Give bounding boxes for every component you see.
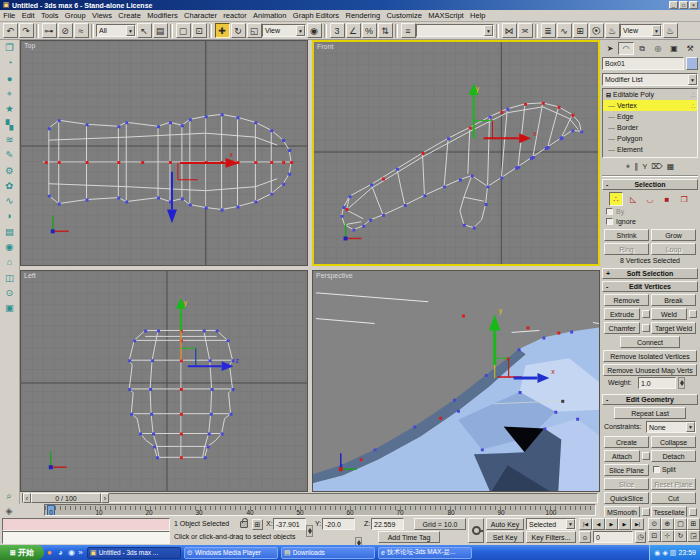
polygon-mode-icon[interactable]: ■ — [660, 192, 674, 206]
top-viewport-canvas[interactable]: x — [21, 41, 307, 265]
maxscript-listener-white[interactable] — [2, 531, 170, 544]
rollout-edit-geometry-header[interactable]: -Edit Geometry — [602, 394, 698, 405]
viewport-label-top[interactable]: Top — [24, 42, 35, 49]
viewport-front[interactable]: y x Front — [312, 40, 600, 266]
maximize-button[interactable]: □ — [679, 1, 688, 9]
render-scene-icon[interactable]: ♨ — [605, 23, 620, 38]
render-type-dropdown[interactable]: View▼ — [620, 24, 662, 37]
menu-rendering[interactable]: Rendering — [342, 11, 383, 20]
menu-graph-editors[interactable]: Graph Editors — [290, 11, 343, 20]
align-icon[interactable]: ≍ — [518, 23, 533, 38]
menu-group[interactable]: Group — [62, 11, 89, 20]
rail-icon-3[interactable]: ⌖ — [2, 86, 18, 101]
split-checkbox[interactable] — [653, 466, 660, 473]
quick-launch-icon-1[interactable]: ● — [44, 547, 55, 558]
redo-icon[interactable]: ↷ — [19, 23, 34, 38]
weld-settings-icon[interactable] — [689, 310, 697, 318]
taskbar-window-3dsmax[interactable]: ▣Untitled - 3ds max ... — [87, 547, 181, 559]
show-end-result-icon[interactable]: ∥ — [634, 160, 638, 173]
viewport-label-front[interactable]: Front — [317, 43, 333, 50]
go-to-end-button[interactable]: ▶| — [631, 518, 644, 530]
material-editor-icon[interactable]: ⦿ — [589, 23, 604, 38]
chamfer-settings-icon[interactable] — [642, 324, 650, 332]
modifier-list-dropdown[interactable]: Modifier List ▼ — [602, 73, 698, 86]
border-mode-icon[interactable]: ◡ — [643, 192, 657, 206]
by-vertex-checkbox[interactable] — [606, 208, 613, 215]
set-key-button[interactable]: Set Key — [486, 531, 524, 543]
weight-field[interactable]: 1.0 — [638, 377, 676, 389]
pan-icon[interactable]: ⊹ — [661, 530, 674, 542]
menu-tools[interactable]: Tools — [38, 11, 62, 20]
attach-button[interactable]: Attach — [604, 450, 640, 462]
menu-views[interactable]: Views — [89, 11, 115, 20]
rail-icon-7[interactable]: ✎ — [2, 147, 18, 162]
tab-utilities-icon[interactable]: ⚒ — [682, 42, 698, 55]
tab-hierarchy-icon[interactable]: ⧉ — [634, 42, 650, 55]
menu-file[interactable]: File — [0, 11, 18, 20]
zoom-region-icon[interactable]: ⊡ — [648, 530, 661, 542]
chevron-down-icon[interactable]: ▼ — [652, 25, 661, 36]
viewport-label-perspective[interactable]: Perspective — [316, 272, 353, 279]
stack-item-element[interactable]: —Element — [603, 144, 697, 155]
rollout-selection-header[interactable]: -Selection — [602, 179, 698, 190]
key-mode-toggle-icon[interactable]: ⊙ — [579, 531, 591, 543]
chamfer-button[interactable]: Chamfer — [604, 322, 640, 334]
z-coordinate-field[interactable]: 22.559 — [371, 518, 404, 530]
slice-plane-button[interactable]: Slice Plane — [604, 464, 649, 476]
menu-animation[interactable]: Animation — [250, 11, 290, 20]
rail-icon-16[interactable]: ⊙ — [2, 285, 18, 300]
zoom-tool-icon[interactable]: ⌕ — [1, 488, 17, 503]
rail-icon-5[interactable]: ▚ — [2, 116, 18, 131]
stack-item-vertex[interactable]: —Vertex∴ — [603, 100, 697, 111]
make-unique-icon[interactable]: Y — [642, 160, 647, 173]
taskbar-window-downloads[interactable]: ▤Downloads — [281, 547, 375, 559]
reference-coordinate-dropdown[interactable]: View▼ — [262, 24, 306, 37]
menu-maxscript[interactable]: MAXScript — [425, 11, 467, 20]
min-max-toggle-icon[interactable]: ◲ — [687, 530, 700, 542]
menu-reactor[interactable]: reactor — [220, 11, 250, 20]
curve-editor-icon[interactable]: ∿ — [557, 23, 572, 38]
rail-icon-11[interactable]: ◗ — [2, 208, 18, 223]
start-button[interactable]: ⊞ 开始 — [0, 545, 44, 560]
time-configuration-icon[interactable]: ◷ — [635, 531, 646, 543]
chevron-down-icon[interactable]: ▼ — [126, 25, 135, 36]
absolute-offset-toggle-icon[interactable]: ⊞ — [252, 519, 263, 530]
rollout-soft-selection-header[interactable]: +Soft Selection — [602, 268, 698, 279]
constraints-dropdown[interactable]: None▼ — [646, 421, 696, 433]
select-object-icon[interactable]: ↖ — [137, 23, 152, 38]
break-button[interactable]: Break — [651, 294, 696, 306]
x-coordinate-field[interactable]: -37.901 — [273, 518, 306, 530]
menu-modifiers[interactable]: Modifiers — [144, 11, 181, 20]
rail-icon-4[interactable]: ★ — [2, 101, 18, 116]
menu-character[interactable]: Character — [181, 11, 220, 20]
object-name-field[interactable]: Box01 — [602, 57, 684, 70]
left-viewport-canvas[interactable]: y z — [21, 271, 307, 491]
mirror-icon[interactable]: ⋈ — [502, 23, 517, 38]
current-frame-field[interactable]: 0 — [593, 531, 633, 543]
quick-render-icon[interactable]: ♨ — [663, 23, 678, 38]
perspective-viewport-canvas[interactable]: y x — [313, 271, 599, 491]
set-key-mode-button[interactable] — [468, 518, 484, 543]
cut-button[interactable]: Cut — [651, 492, 696, 504]
rail-icon-13[interactable]: ◉ — [2, 239, 18, 254]
rail-icon-10[interactable]: ∿ — [2, 193, 18, 208]
use-center-icon[interactable]: ◉ — [307, 23, 322, 38]
snap-toggle-icon[interactable]: 3 — [330, 23, 345, 38]
ignore-backfacing-checkbox[interactable] — [606, 218, 613, 225]
pin-stack-icon[interactable]: ⌖ — [626, 160, 631, 173]
play-button[interactable]: ▶ — [605, 518, 618, 530]
stack-item-edge[interactable]: —Edge — [603, 111, 697, 122]
rectangular-region-icon[interactable]: ▢ — [176, 23, 191, 38]
detach-button[interactable]: Detach — [651, 450, 696, 462]
arc-rotate-icon[interactable]: ↻ — [674, 530, 687, 542]
quickslice-button[interactable]: QuickSlice — [604, 492, 649, 504]
zoom-icon[interactable]: ⊙ — [648, 518, 661, 530]
stack-item-border[interactable]: —Border — [603, 122, 697, 133]
element-mode-icon[interactable]: ❒ — [677, 192, 691, 206]
select-scale-icon[interactable]: ◱ — [247, 23, 262, 38]
y-coordinate-field[interactable]: -20.0 — [322, 518, 355, 530]
taskbar-window-forum[interactable]: e技术论坛-3ds MAX-是... — [378, 547, 472, 559]
menu-edit[interactable]: Edit — [18, 11, 37, 20]
repeat-last-button[interactable]: Repeat Last — [614, 407, 686, 419]
key-filter-set-dropdown[interactable]: Selected▼ — [526, 518, 576, 530]
